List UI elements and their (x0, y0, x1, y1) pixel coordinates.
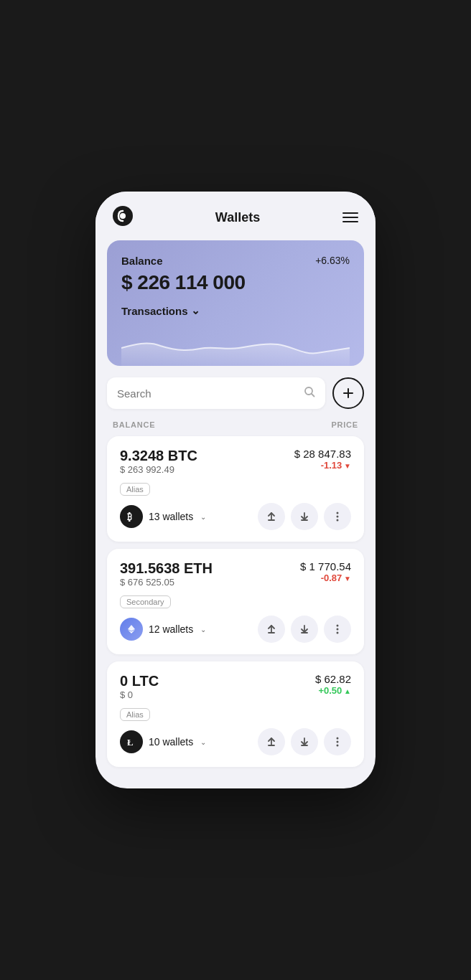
price-column-header: PRICE (331, 420, 358, 429)
asset-card-eth: 391.5638 ETH $ 676 525.05 $ 1 770.54 -0.… (107, 549, 364, 654)
eth-receive-button[interactable] (291, 616, 318, 643)
svg-point-20 (337, 625, 339, 627)
ltc-chevron-icon: ⌄ (200, 738, 206, 746)
eth-wallet-count: 12 wallets (149, 623, 193, 635)
ltc-icon: Ł (120, 730, 143, 753)
eth-more-button[interactable] (324, 616, 351, 643)
svg-point-12 (337, 516, 339, 518)
ltc-alias: Alias (120, 708, 150, 721)
btc-icon: ₿ (120, 505, 143, 528)
svg-point-21 (337, 628, 339, 631)
btc-usd-value: $ 263 992.49 (120, 464, 197, 475)
eth-amount: 391.5638 ETH (120, 560, 213, 577)
eth-wallet-info[interactable]: 12 wallets ⌄ (120, 618, 206, 641)
search-input[interactable] (117, 387, 297, 400)
ltc-price: $ 62.82 (315, 673, 351, 685)
svg-line-3 (312, 394, 314, 397)
eth-usd-value: $ 676 525.05 (120, 577, 213, 588)
svg-point-13 (337, 519, 339, 522)
ltc-more-button[interactable] (324, 728, 351, 755)
eth-send-button[interactable] (258, 616, 285, 643)
btc-receive-button[interactable] (291, 503, 318, 530)
btc-wallet-info[interactable]: ₿ 13 wallets ⌄ (120, 505, 206, 528)
balance-card: Balance +6.63% $ 226 114 000 Transaction… (107, 240, 364, 366)
btc-price: $ 28 847.83 (294, 448, 351, 460)
svg-point-11 (337, 512, 339, 514)
asset-card-btc: 9.3248 BTC $ 263 992.49 $ 28 847.83 -1.1… (107, 436, 364, 542)
ltc-usd-value: $ 0 (120, 689, 159, 700)
balance-amount: $ 226 114 000 (121, 271, 350, 294)
eth-change: -0.87 (300, 573, 351, 583)
btc-more-button[interactable] (324, 503, 351, 530)
btc-change: -1.13 (294, 460, 351, 471)
eth-price: $ 1 770.54 (300, 560, 351, 573)
svg-point-30 (337, 745, 339, 747)
ltc-change: +0.50 (315, 685, 351, 696)
transactions-button[interactable]: Transactions ⌄ (121, 304, 350, 317)
btc-wallet-count: 13 wallets (149, 511, 193, 522)
page-title: Wallets (215, 210, 260, 225)
table-header: BALANCE PRICE (95, 418, 376, 436)
eth-chevron-icon: ⌄ (200, 626, 206, 633)
eth-action-buttons (258, 616, 351, 643)
balance-chart (121, 323, 350, 366)
search-row (95, 377, 376, 418)
logo-icon (113, 206, 133, 229)
asset-card-ltc: 0 LTC $ 0 $ 62.82 +0.50 Alias Ł 10 walle… (107, 661, 364, 767)
ltc-send-button[interactable] (258, 728, 285, 755)
btc-action-buttons (258, 503, 351, 530)
btc-alias: Alias (120, 483, 150, 496)
ltc-action-buttons (258, 728, 351, 755)
ltc-wallet-count: 10 wallets (149, 736, 193, 748)
btc-send-button[interactable] (258, 503, 285, 530)
ltc-wallet-info[interactable]: Ł 10 wallets ⌄ (120, 730, 206, 753)
svg-point-28 (337, 738, 339, 740)
svg-point-22 (337, 632, 339, 634)
btc-chevron-icon: ⌄ (200, 513, 206, 521)
assets-list: 9.3248 BTC $ 263 992.49 $ 28 847.83 -1.1… (95, 436, 376, 767)
balance-change: +6.63% (315, 255, 350, 266)
search-icon (304, 386, 315, 400)
header: Wallets (95, 192, 376, 240)
add-button[interactable] (332, 377, 364, 409)
ltc-receive-button[interactable] (291, 728, 318, 755)
svg-point-29 (337, 741, 339, 743)
ltc-amount: 0 LTC (120, 673, 159, 689)
menu-button[interactable] (342, 212, 358, 222)
svg-marker-14 (128, 625, 135, 631)
phone-frame: Wallets Balance +6.63% $ 226 114 000 Tra… (95, 192, 376, 788)
svg-text:₿: ₿ (127, 512, 132, 522)
eth-icon (120, 618, 143, 641)
svg-text:Ł: Ł (127, 737, 134, 748)
search-box (107, 377, 325, 409)
eth-alias: Secondary (120, 595, 171, 608)
balance-column-header: BALANCE (113, 420, 155, 429)
svg-point-1 (120, 213, 126, 219)
balance-label: Balance (121, 255, 163, 267)
btc-amount: 9.3248 BTC (120, 448, 197, 464)
